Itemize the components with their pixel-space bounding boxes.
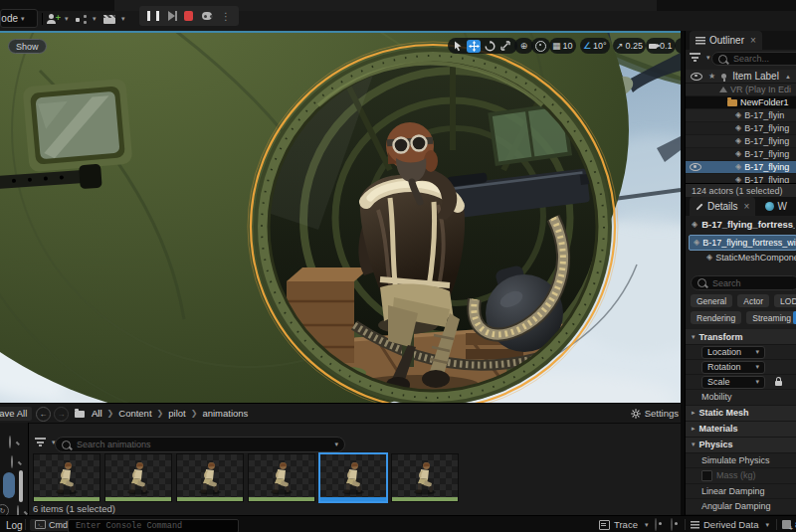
details-section-header[interactable]: ▸Static Mesh (686, 406, 796, 422)
asset-filter-button[interactable]: ▾ (35, 438, 56, 446)
outliner-column-header[interactable]: ★ Item Label ▲ (686, 70, 796, 84)
derived-data-button[interactable]: Derived Data ▾ (691, 516, 769, 532)
breadcrumb-segment[interactable]: Content (118, 408, 151, 419)
outliner-row[interactable]: NewFolder1 (686, 96, 796, 109)
blueprints-button[interactable]: ▾ (76, 11, 97, 27)
details-property-row[interactable]: Location▾ (686, 345, 796, 360)
panel-splitter[interactable] (681, 31, 685, 515)
scrollbar-thumb[interactable] (3, 472, 15, 498)
caret-down-icon[interactable]: ▾ (692, 333, 696, 341)
tab-world-settings[interactable]: W (765, 201, 786, 212)
animation-asset-tile[interactable] (391, 453, 459, 502)
outliner-row[interactable]: ◈B-17_flying (686, 161, 796, 174)
tab-details[interactable]: Details × (690, 197, 755, 216)
details-property-row[interactable]: Scale▾ (686, 375, 796, 390)
animation-asset-tile[interactable] (318, 452, 388, 503)
animation-asset-tile[interactable] (33, 453, 100, 502)
search-icon[interactable] (9, 436, 11, 448)
breadcrumb-segment[interactable]: animations (202, 408, 248, 419)
rotation-snap-control[interactable]: ∠ 10° (580, 38, 610, 54)
details-property-row[interactable]: Simulate Physics (686, 453, 796, 469)
details-search[interactable] (691, 275, 796, 290)
level-viewport[interactable]: Show ⊕ ▦ 10 ∠ 10° ↗ 0.25 (0, 31, 681, 403)
scrollbar[interactable] (19, 470, 23, 502)
breadcrumb-segment[interactable]: All (92, 408, 102, 419)
move-tool-button[interactable] (467, 40, 481, 53)
outliner-row[interactable]: VR (Play In Edi (686, 84, 796, 96)
checkbox[interactable] (701, 470, 712, 481)
lock-icon[interactable] (775, 381, 782, 386)
outliner-search[interactable] (711, 52, 796, 66)
eject-button[interactable] (202, 12, 212, 20)
caret-right-icon[interactable]: ▸ (692, 425, 696, 433)
scale-tool-button[interactable] (498, 40, 512, 53)
play-options-menu[interactable]: ⋮ (221, 11, 231, 22)
component-row[interactable]: ◈StaticMeshComponent (S (689, 251, 796, 265)
mode-dropdown[interactable]: Mode ▾ (0, 9, 38, 28)
details-section-header[interactable]: ▾Transform (686, 329, 796, 345)
step-forward-button[interactable] (168, 11, 175, 21)
details-actor-row[interactable]: ◈ B-17_flying_fortress_win (692, 219, 795, 230)
rotate-tool-button[interactable] (483, 40, 497, 53)
asset-search-input[interactable] (75, 439, 327, 450)
breadcrumb-segment[interactable]: pilot (168, 408, 185, 419)
caret-down-icon[interactable]: ▾ (692, 441, 696, 448)
console-input-wrap[interactable] (68, 519, 239, 532)
outliner-row[interactable]: ◈B-17_flying (686, 122, 796, 135)
details-section-header[interactable]: ▾Physics (686, 438, 796, 453)
forward-button[interactable]: → (54, 407, 69, 422)
status-icon-b[interactable] (671, 518, 673, 531)
outliner-row[interactable]: ◈B-17_flying (686, 174, 796, 183)
visibility-eye-icon[interactable] (690, 163, 701, 171)
animation-asset-tile[interactable] (176, 453, 244, 502)
outliner-row[interactable]: ◈B-17_flying (686, 148, 796, 161)
property-dropdown[interactable]: Rotation▾ (701, 361, 765, 374)
property-dropdown[interactable]: Scale▾ (701, 376, 765, 389)
show-flags-button[interactable]: Show (8, 39, 47, 54)
component-row[interactable]: ◈B-17_flying_fortress_window (689, 235, 796, 251)
settings-button[interactable]: Settings (631, 407, 679, 420)
details-filter-chip[interactable]: General (691, 294, 732, 307)
console-input[interactable] (74, 520, 233, 532)
surface-snap-button[interactable] (531, 38, 550, 54)
details-property-row[interactable]: Mobility (686, 390, 796, 406)
close-icon[interactable]: × (750, 35, 756, 46)
select-tool-button[interactable] (451, 40, 465, 53)
close-icon[interactable]: × (744, 201, 750, 212)
details-filter-chip[interactable]: Streaming (746, 311, 796, 324)
outliner-row[interactable]: ◈B-17_flyin (686, 109, 796, 122)
cinematics-button[interactable]: ▾ (103, 11, 125, 27)
outliner-filter-button[interactable]: ▾ (690, 53, 710, 62)
revision-control-status[interactable]: 8 (782, 516, 796, 532)
details-property-row[interactable]: Rotation▾ (686, 360, 796, 375)
save-all-button[interactable]: Save All (0, 407, 32, 421)
outliner-search-input[interactable] (731, 53, 796, 65)
details-property-row[interactable]: Angular Damping (686, 499, 796, 515)
trace-button[interactable]: Trace ▾ (599, 516, 648, 532)
tab-outliner[interactable]: Outliner × (690, 31, 762, 50)
property-dropdown[interactable]: Location▾ (701, 346, 765, 359)
animation-asset-tile[interactable] (248, 453, 315, 502)
details-search-input[interactable] (710, 277, 793, 289)
grid-snap-control[interactable]: ▦ 10 (549, 38, 576, 54)
details-section-header[interactable]: ▸Materials (686, 422, 796, 438)
outliner-row[interactable]: ◈B-17_flying (686, 135, 796, 148)
details-filter-chip[interactable]: LOD (774, 294, 796, 307)
asset-search[interactable]: ▾ (55, 437, 345, 452)
details-filter-chip[interactable]: Rendering (691, 311, 741, 324)
details-filter-chip[interactable]: Actor (737, 294, 769, 307)
caret-right-icon[interactable]: ▸ (692, 409, 696, 417)
camera-speed-control[interactable]: 0.1 (646, 38, 676, 54)
favorite-column-icon[interactable]: ★ (708, 73, 715, 81)
search-icon[interactable] (11, 455, 13, 468)
pin-column-icon[interactable] (721, 74, 726, 79)
status-icon-a[interactable] (655, 518, 657, 531)
add-actor-button[interactable]: ▾ (48, 11, 69, 27)
visibility-column-icon[interactable] (691, 73, 702, 81)
details-property-row[interactable]: Mass (kg) (686, 468, 796, 484)
back-button[interactable]: ← (36, 407, 51, 422)
output-log-button[interactable]: Log (6, 520, 23, 531)
scale-snap-control[interactable]: ↗ 0.25 (613, 38, 646, 54)
animation-asset-tile[interactable] (104, 453, 172, 502)
stop-button[interactable] (184, 11, 192, 21)
